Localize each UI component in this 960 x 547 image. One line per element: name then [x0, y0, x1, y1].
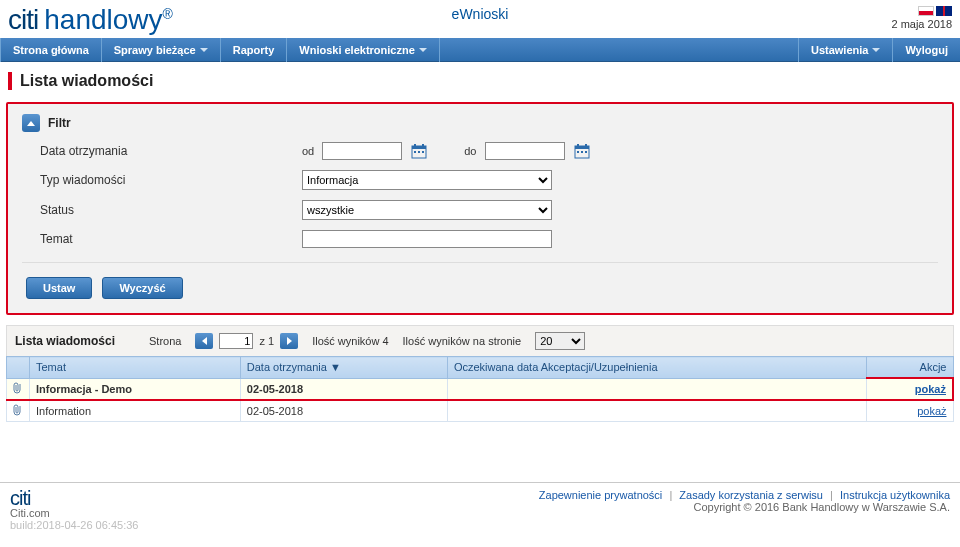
row-subject: Informacja - Demo [30, 378, 241, 400]
pager-label: Strona [149, 335, 181, 347]
table-row[interactable]: Informacja - Demo02-05-2018pokaż [7, 378, 954, 400]
chevron-down-icon [872, 48, 880, 52]
footer-citi-logo: citi [10, 489, 138, 507]
row-expected [447, 400, 866, 422]
pager-page-input[interactable] [219, 333, 253, 349]
filter-status-select[interactable]: wszystkie [302, 200, 552, 220]
per-page-label: Ilość wyników na stronie [403, 335, 522, 347]
row-date: 02-05-2018 [240, 378, 447, 400]
filter-subject-label: Temat [22, 232, 302, 246]
filter-date-from-input[interactable] [322, 142, 402, 160]
pager: z 1 [195, 333, 298, 349]
svg-rect-3 [422, 144, 424, 147]
nav-sprawy-label: Sprawy bieżące [114, 44, 196, 56]
nav-sprawy[interactable]: Sprawy bieżące [102, 38, 221, 62]
page-title: Lista wiadomości [8, 72, 952, 90]
row-date: 02-05-2018 [240, 400, 447, 422]
svg-rect-11 [577, 151, 579, 153]
chevron-up-icon [27, 121, 35, 126]
calendar-icon[interactable] [410, 142, 428, 160]
chevron-right-icon [287, 337, 292, 345]
attachment-icon [7, 378, 30, 400]
footer-terms-link[interactable]: Zasady korzystania z serwisu [679, 489, 823, 501]
flag-uk-icon[interactable] [936, 6, 952, 16]
svg-rect-12 [581, 151, 583, 153]
nav-home-label: Strona główna [13, 44, 89, 56]
footer: citi Citi.com build:2018-04-26 06:45:36 … [0, 482, 960, 541]
pager-prev-button[interactable] [195, 333, 213, 349]
row-actions: pokaż [867, 400, 953, 422]
app-title: eWnioski [0, 6, 960, 22]
row-expected [447, 378, 866, 400]
nav-wyloguj[interactable]: Wyloguj [892, 38, 960, 62]
footer-build: build:2018-04-26 06:45:36 [10, 519, 138, 531]
show-link[interactable]: pokaż [915, 383, 946, 395]
filter-title: Filtr [48, 116, 71, 130]
col-actions: Akcje [867, 357, 953, 379]
pager-total: z 1 [259, 335, 274, 347]
svg-rect-5 [418, 151, 420, 153]
svg-rect-13 [585, 151, 587, 153]
filter-collapse-button[interactable] [22, 114, 40, 132]
nav-wnioski[interactable]: Wnioski elektroniczne [287, 38, 440, 62]
pager-next-button[interactable] [280, 333, 298, 349]
filter-panel: Filtr Data otrzymania od do Typ wiadomoś… [6, 102, 954, 315]
result-count: Ilość wyników 4 [312, 335, 388, 347]
footer-citicom: Citi.com [10, 507, 50, 519]
footer-manual-link[interactable]: Instrukcja użytkownika [840, 489, 950, 501]
svg-rect-4 [414, 151, 416, 153]
svg-rect-10 [585, 144, 587, 147]
svg-rect-6 [422, 151, 424, 153]
header: citi handlowy® eWnioski 2 maja 2018 [0, 0, 960, 38]
filter-subject-input[interactable] [302, 230, 552, 248]
col-subject[interactable]: Temat [30, 357, 241, 379]
navbar: Strona główna Sprawy bieżące Raporty Wni… [0, 38, 960, 62]
per-page-select[interactable]: 20 [535, 332, 585, 350]
nav-spacer [440, 38, 798, 62]
filter-type-select[interactable]: Informacja [302, 170, 552, 190]
filter-apply-button[interactable]: Ustaw [26, 277, 92, 299]
list-title: Lista wiadomości [15, 334, 115, 348]
filter-type-label: Typ wiadomości [22, 173, 302, 187]
svg-rect-2 [414, 144, 416, 147]
filter-status-label: Status [22, 203, 302, 217]
table-row[interactable]: Information02-05-2018pokaż [7, 400, 954, 422]
filter-clear-button[interactable]: Wyczyść [102, 277, 182, 299]
page-title-wrap: Lista wiadomości [0, 62, 960, 98]
messages-list: Lista wiadomości Strona z 1 Ilość wynikó… [6, 325, 954, 422]
show-link[interactable]: pokaż [917, 405, 946, 417]
col-attach[interactable] [7, 357, 30, 379]
chevron-down-icon [419, 48, 427, 52]
filter-to-label: do [464, 145, 476, 157]
col-date[interactable]: Data otrzymania ▼ [240, 357, 447, 379]
footer-copyright: Copyright © 2016 Bank Handlowy w Warszaw… [539, 501, 950, 513]
nav-wnioski-label: Wnioski elektroniczne [299, 44, 415, 56]
filter-date-label: Data otrzymania [22, 144, 302, 158]
messages-table: Temat Data otrzymania ▼ Oczekiwana data … [6, 356, 954, 422]
calendar-icon[interactable] [573, 142, 591, 160]
chevron-down-icon [200, 48, 208, 52]
filter-date-to-input[interactable] [485, 142, 565, 160]
filter-from-label: od [302, 145, 314, 157]
chevron-left-icon [202, 337, 207, 345]
col-expected[interactable]: Oczekiwana data Akceptacji/Uzupełnienia [447, 357, 866, 379]
nav-wyloguj-label: Wyloguj [905, 44, 948, 56]
footer-privacy-link[interactable]: Zapewnienie prywatności [539, 489, 663, 501]
row-subject: Information [30, 400, 241, 422]
nav-home[interactable]: Strona główna [0, 38, 102, 62]
svg-rect-9 [577, 144, 579, 147]
nav-raporty[interactable]: Raporty [221, 38, 288, 62]
list-toolbar: Lista wiadomości Strona z 1 Ilość wynikó… [6, 325, 954, 356]
nav-raporty-label: Raporty [233, 44, 275, 56]
row-actions: pokaż [867, 378, 953, 400]
nav-ustawienia[interactable]: Ustawienia [798, 38, 892, 62]
nav-ustawienia-label: Ustawienia [811, 44, 868, 56]
attachment-icon [7, 400, 30, 422]
